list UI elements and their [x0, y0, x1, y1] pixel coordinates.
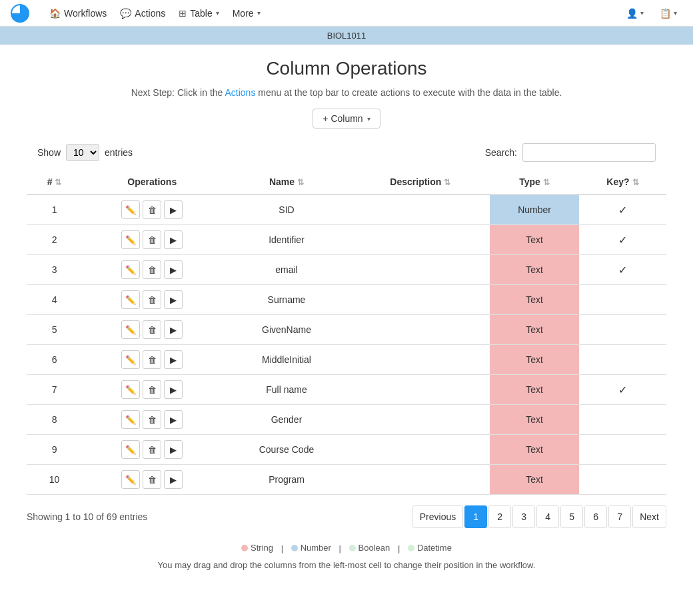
footer-note: You may drag and drop the columns from t…	[0, 560, 693, 581]
page-button-2[interactable]: 2	[488, 505, 511, 528]
row-type: Text	[490, 345, 579, 375]
col-header-key[interactable]: Key?⇅	[579, 170, 666, 194]
edit-button[interactable]: ✏️	[121, 470, 140, 489]
more-button[interactable]: ▶	[164, 350, 183, 369]
table-container: #⇅ Operations Name⇅ Description⇅ Type⇅ K…	[27, 170, 666, 495]
edit-button[interactable]: ✏️	[121, 230, 140, 249]
edit-button[interactable]: ✏️	[121, 410, 140, 429]
add-column-button[interactable]: + Column ▾	[313, 109, 380, 129]
nav-table-label: Table	[190, 8, 212, 19]
page-button-7[interactable]: 7	[608, 505, 631, 528]
more-button[interactable]: ▶	[164, 410, 183, 429]
col-header-type[interactable]: Type⇅	[490, 170, 579, 194]
delete-button[interactable]: 🗑	[143, 260, 161, 279]
row-type: Text	[490, 315, 579, 345]
edit-button[interactable]: ✏️	[121, 380, 140, 399]
delete-button[interactable]: 🗑	[143, 380, 161, 399]
more-button[interactable]: ▶	[164, 260, 183, 279]
more-button[interactable]: ▶	[164, 440, 183, 459]
home-icon: 🏠	[49, 8, 61, 19]
table-controls: Show 10 25 50 entries Search:	[27, 135, 666, 170]
show-entries: Show 10 25 50 entries	[37, 144, 133, 161]
show-label: Show	[37, 147, 61, 158]
row-num: 7	[27, 375, 82, 405]
page-button-5[interactable]: 5	[560, 505, 583, 528]
search-input[interactable]	[522, 143, 656, 162]
more-button[interactable]: ▶	[164, 380, 183, 399]
previous-button[interactable]: Previous	[412, 505, 463, 528]
delete-button[interactable]: 🗑	[143, 200, 161, 219]
col-header-description[interactable]: Description⇅	[351, 170, 490, 194]
settings-menu[interactable]: 📋 ▾	[654, 5, 682, 21]
table-row: 10 ✏️ 🗑 ▶ ProgramText	[27, 465, 666, 495]
entries-select[interactable]: 10 25 50	[66, 144, 99, 161]
more-button[interactable]: ▶	[164, 470, 183, 489]
datetime-label: Datetime	[417, 543, 452, 553]
name-sort-icon: ⇅	[297, 178, 304, 187]
delete-button[interactable]: 🗑	[143, 410, 161, 429]
actions-link[interactable]: Actions	[225, 87, 255, 98]
edit-button[interactable]: ✏️	[121, 200, 140, 219]
delete-button[interactable]: 🗑	[143, 290, 161, 309]
add-column-chevron-icon: ▾	[367, 115, 370, 123]
page-button-6[interactable]: 6	[584, 505, 607, 528]
edit-button[interactable]: ✏️	[121, 320, 140, 339]
col-header-num[interactable]: #⇅	[27, 170, 82, 194]
row-type: Text	[490, 225, 579, 255]
table-row: 5 ✏️ 🗑 ▶ GivenNameText	[27, 315, 666, 345]
nav-more[interactable]: More ▾	[226, 0, 267, 27]
next-button[interactable]: Next	[632, 505, 666, 528]
edit-button[interactable]: ✏️	[121, 440, 140, 459]
row-description	[351, 465, 490, 495]
table-row: 8 ✏️ 🗑 ▶ GenderText	[27, 405, 666, 435]
table-header-row: #⇅ Operations Name⇅ Description⇅ Type⇅ K…	[27, 170, 666, 194]
table-icon: ⊞	[179, 8, 187, 19]
table-row: 3 ✏️ 🗑 ▶ emailText✓	[27, 255, 666, 285]
row-operations: ✏️ 🗑 ▶	[82, 225, 222, 255]
more-button[interactable]: ▶	[164, 290, 183, 309]
page-button-4[interactable]: 4	[536, 505, 559, 528]
user-menu[interactable]: 👤 ▾	[621, 5, 649, 21]
col-header-operations[interactable]: Operations	[82, 170, 222, 194]
table-row: 1 ✏️ 🗑 ▶ SIDNumber✓	[27, 194, 666, 225]
row-key: ✓	[579, 375, 666, 405]
delete-button[interactable]: 🗑	[143, 470, 161, 489]
nav-more-label: More	[233, 8, 254, 19]
more-button[interactable]: ▶	[164, 200, 183, 219]
user-chevron-icon: ▾	[640, 9, 644, 17]
delete-button[interactable]: 🗑	[143, 440, 161, 459]
edit-button[interactable]: ✏️	[121, 290, 140, 309]
table-row: 4 ✏️ 🗑 ▶ SurnameText	[27, 285, 666, 315]
page-button-3[interactable]: 3	[512, 505, 535, 528]
row-num: 9	[27, 435, 82, 465]
more-button[interactable]: ▶	[164, 320, 183, 339]
settings-chevron-icon: ▾	[674, 9, 677, 17]
table-row: 9 ✏️ 🗑 ▶ Course CodeText	[27, 435, 666, 465]
edit-button[interactable]: ✏️	[121, 350, 140, 369]
nav-actions[interactable]: 💬 Actions	[113, 0, 172, 27]
table-row: 7 ✏️ 🗑 ▶ Full nameText✓	[27, 375, 666, 405]
delete-button[interactable]: 🗑	[143, 230, 161, 249]
row-key: ✓	[579, 255, 666, 285]
delete-button[interactable]: 🗑	[143, 350, 161, 369]
page-subtitle: Next Step: Click in the Actions menu at …	[0, 87, 693, 98]
row-description	[351, 194, 490, 225]
brand-logo[interactable]	[11, 4, 29, 23]
page-button-1[interactable]: 1	[464, 505, 487, 528]
navbar: 🏠 Workflows 💬 Actions ⊞ Table ▾ More ▾ 👤…	[0, 0, 693, 27]
edit-button[interactable]: ✏️	[121, 260, 140, 279]
nav-table[interactable]: ⊞ Table ▾	[172, 0, 225, 27]
row-key	[579, 315, 666, 345]
pagination: Previous 1 2 3 4 5 6 7 Next	[412, 505, 666, 528]
row-name: Gender	[222, 405, 350, 435]
boolean-label: Boolean	[358, 543, 390, 553]
number-dot	[291, 545, 298, 551]
legend-number: Number	[291, 543, 331, 553]
key-check: ✓	[618, 234, 627, 246]
delete-button[interactable]: 🗑	[143, 320, 161, 339]
col-header-name[interactable]: Name⇅	[222, 170, 350, 194]
row-num: 6	[27, 345, 82, 375]
row-type: Text	[490, 375, 579, 405]
nav-workflows[interactable]: 🏠 Workflows	[43, 0, 113, 27]
more-button[interactable]: ▶	[164, 230, 183, 249]
